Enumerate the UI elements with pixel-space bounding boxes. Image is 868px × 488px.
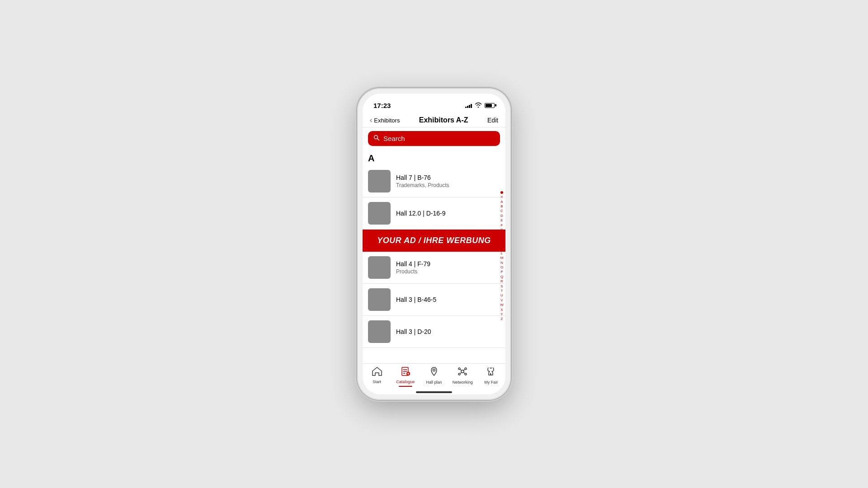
nav-back-button[interactable]: ‹ Exhibitors — [370, 116, 400, 124]
main-content: # A B C D E F G H I J K L M N O P — [363, 150, 505, 363]
exhibitor-tags-3: Products — [396, 268, 500, 275]
svg-line-18 — [463, 372, 465, 374]
search-bar[interactable]: Search — [368, 131, 500, 146]
alpha-k[interactable]: K — [500, 247, 503, 251]
exhibitor-info-5: Hall 3 | D-20 — [396, 328, 500, 335]
home-icon — [372, 367, 382, 378]
alpha-f[interactable]: F — [501, 223, 503, 228]
phone-screen: 17:23 — [363, 94, 505, 394]
exhibitor-location-5: Hall 3 | D-20 — [396, 328, 500, 335]
alpha-hash[interactable]: # — [501, 195, 503, 199]
search-placeholder: Search — [383, 135, 405, 142]
exhibitor-thumbnail-5 — [368, 320, 391, 343]
exhibitor-location-4: Hall 3 | B-46-5 — [396, 296, 500, 303]
alpha-b[interactable]: B — [500, 204, 503, 209]
exhibitor-info-4: Hall 3 | B-46-5 — [396, 296, 500, 303]
exhibitor-location-3: Hall 4 | F-79 — [396, 260, 500, 267]
alpha-g[interactable]: G — [500, 228, 503, 232]
ad-banner[interactable]: YOUR AD / IHRE WERBUNG — [363, 230, 505, 252]
alpha-j[interactable]: J — [501, 242, 503, 246]
alpha-o[interactable]: O — [500, 265, 503, 270]
exhibitor-tags-1: Trademarks, Products — [396, 182, 500, 188]
hallplan-icon — [429, 366, 439, 379]
alpha-x[interactable]: X — [500, 308, 503, 312]
exhibitor-item-5[interactable]: Hall 3 | D-20 — [363, 316, 505, 348]
search-icon — [373, 135, 380, 142]
tab-networking-label: Networking — [453, 380, 473, 385]
phone-wrapper: 17:23 — [357, 88, 511, 400]
alphabet-index: # A B C D E F G H I J K L M N O P — [498, 150, 505, 363]
phone-frame: 17:23 — [357, 88, 511, 400]
tab-myfair[interactable]: My Fair — [480, 366, 502, 385]
alpha-a[interactable]: A — [500, 200, 503, 204]
home-indicator-bar — [416, 391, 452, 393]
wifi-icon — [475, 102, 482, 109]
alpha-n[interactable]: N — [500, 261, 503, 265]
exhibitor-item-2[interactable]: Hall 12.0 | D-16-9 — [363, 197, 505, 230]
networking-icon — [458, 366, 467, 379]
tab-hallplan[interactable]: Hall plan — [423, 366, 445, 385]
exhibitor-location-2: Hall 12.0 | D-16-9 — [396, 210, 500, 217]
exhibitor-info-1: Hall 7 | B-76 Trademarks, Products — [396, 174, 500, 188]
exhibitor-location-1: Hall 7 | B-76 — [396, 174, 500, 181]
back-chevron-icon: ‹ — [370, 116, 372, 124]
nav-bar: ‹ Exhibitors Exhibitors A-Z Edit — [363, 113, 505, 127]
svg-point-12 — [465, 368, 467, 370]
alpha-l[interactable]: L — [501, 251, 503, 256]
signal-bar-4 — [471, 104, 472, 108]
edit-button[interactable]: Edit — [487, 117, 498, 124]
catalogue-icon — [401, 367, 410, 378]
svg-line-16 — [463, 370, 465, 371]
section-header-a: A — [363, 150, 505, 165]
alpha-q[interactable]: Q — [500, 275, 503, 279]
exhibitor-info-2: Hall 12.0 | D-16-9 — [396, 210, 500, 217]
exhibitor-thumbnail-3 — [368, 256, 391, 279]
alpha-c[interactable]: C — [500, 209, 503, 213]
alpha-p[interactable]: P — [500, 270, 503, 274]
status-time: 17:23 — [373, 102, 391, 109]
myfair-icon — [486, 366, 496, 379]
tab-networking[interactable]: Networking — [451, 366, 474, 385]
tab-active-line — [399, 386, 412, 387]
alpha-y[interactable]: Y — [500, 312, 503, 317]
alpha-m[interactable]: M — [500, 256, 504, 260]
exhibitor-item-1[interactable]: Hall 7 | B-76 Trademarks, Products — [363, 165, 505, 197]
exhibitor-info-3: Hall 4 | F-79 Products — [396, 260, 500, 275]
tab-start[interactable]: Start — [366, 367, 388, 384]
alpha-u[interactable]: U — [500, 293, 503, 298]
tab-hallplan-label: Hall plan — [426, 380, 442, 385]
signal-bar-2 — [467, 106, 468, 108]
signal-bars — [465, 103, 472, 108]
svg-point-11 — [458, 368, 460, 370]
alpha-dot — [500, 191, 503, 194]
svg-point-9 — [433, 369, 435, 371]
alpha-v[interactable]: V — [500, 298, 503, 303]
tab-myfair-label: My Fair — [484, 380, 498, 385]
svg-point-14 — [465, 373, 467, 375]
tab-catalogue-label: Catalogue — [396, 380, 415, 384]
exhibitor-item-3[interactable]: Hall 4 | F-79 Products — [363, 252, 505, 284]
battery-icon — [485, 103, 495, 108]
nav-back-label: Exhibitors — [374, 117, 400, 124]
svg-line-17 — [460, 372, 462, 374]
exhibitor-item-4[interactable]: Hall 3 | B-46-5 — [363, 284, 505, 316]
search-container: Search — [363, 127, 505, 150]
alpha-z[interactable]: Z — [501, 317, 503, 321]
alpha-d[interactable]: D — [500, 214, 503, 218]
exhibitor-thumbnail-4 — [368, 288, 391, 311]
signal-bar-1 — [465, 107, 467, 108]
signal-bar-3 — [469, 105, 470, 108]
alpha-t[interactable]: T — [501, 289, 503, 293]
alpha-w[interactable]: W — [500, 303, 504, 307]
alpha-r[interactable]: R — [500, 279, 503, 284]
exhibitor-thumbnail-2 — [368, 202, 391, 225]
tab-bar: Start Catalogue — [363, 363, 505, 392]
exhibitor-thumbnail-1 — [368, 170, 391, 192]
tab-start-label: Start — [373, 380, 381, 384]
alpha-h[interactable]: H — [500, 232, 503, 237]
alpha-s[interactable]: S — [500, 284, 503, 289]
alpha-e[interactable]: E — [500, 218, 503, 223]
svg-line-1 — [377, 139, 379, 141]
tab-catalogue[interactable]: Catalogue — [394, 367, 417, 384]
alpha-i[interactable]: I — [501, 237, 502, 242]
